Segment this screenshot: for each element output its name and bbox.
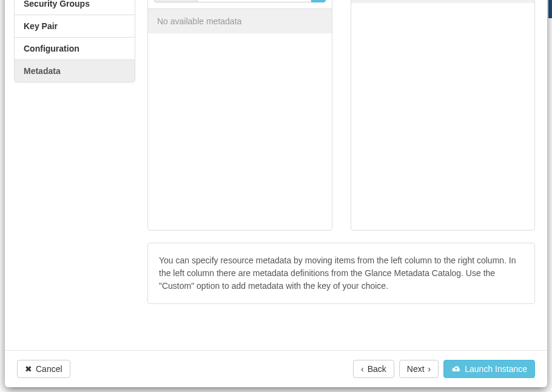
chevron-right-icon: ›: [428, 364, 431, 374]
custom-label: Custom: [154, 0, 197, 2]
sidebar-item-label: Metadata: [24, 66, 61, 76]
existing-metadata-panel: No existing metadata: [351, 0, 536, 231]
help-text: You can specify resource metadata by mov…: [159, 255, 516, 291]
custom-key-input[interactable]: [197, 0, 311, 2]
back-button[interactable]: ‹ Back: [353, 360, 394, 378]
available-panel-body: [148, 33, 332, 230]
modal-footer: ✖ Cancel ‹ Back Next › Launch Instance: [5, 350, 547, 387]
custom-metadata-row: Custom +: [148, 0, 332, 9]
existing-panel-body: [351, 3, 535, 230]
wizard-sidebar: Network Ports Security Groups Key Pair C…: [5, 0, 135, 350]
available-metadata-panel: Custom + No available metadata: [147, 0, 332, 231]
launch-instance-modal: Network Ports Security Groups Key Pair C…: [5, 0, 547, 387]
sidebar-item-label: Configuration: [24, 44, 79, 53]
help-text-box: You can specify resource metadata by mov…: [147, 243, 535, 304]
wizard-steps-list: Network Ports Security Groups Key Pair C…: [14, 0, 135, 83]
modal-body: Network Ports Security Groups Key Pair C…: [5, 0, 547, 350]
launch-label: Launch Instance: [465, 364, 527, 374]
cloud-upload-icon: [451, 365, 461, 373]
close-icon: ✖: [25, 364, 32, 374]
sidebar-item-label: Security Groups: [24, 0, 90, 8]
metadata-columns: Custom + No available metadata: [147, 0, 535, 231]
cancel-button[interactable]: ✖ Cancel: [17, 360, 70, 378]
metadata-content: Custom + No available metadata: [135, 0, 547, 350]
next-label: Next: [407, 364, 425, 374]
back-label: Back: [368, 364, 386, 374]
chevron-left-icon: ‹: [361, 364, 364, 374]
sidebar-item-label: Key Pair: [24, 21, 58, 31]
next-button[interactable]: Next ›: [399, 360, 439, 378]
sidebar-item-security-groups[interactable]: Security Groups: [15, 0, 135, 15]
sidebar-item-metadata[interactable]: Metadata: [15, 60, 135, 82]
available-empty-message: No available metadata: [148, 9, 332, 33]
sidebar-item-key-pair[interactable]: Key Pair: [15, 15, 135, 38]
add-custom-button[interactable]: +: [311, 0, 326, 2]
cancel-label: Cancel: [36, 364, 62, 374]
launch-instance-button[interactable]: Launch Instance: [443, 360, 535, 378]
sidebar-item-configuration[interactable]: Configuration: [15, 38, 135, 60]
